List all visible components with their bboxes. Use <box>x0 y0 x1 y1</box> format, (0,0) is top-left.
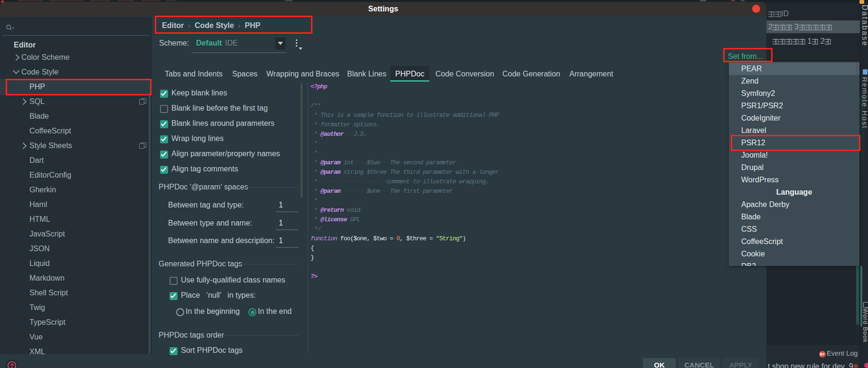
svg-text:?: ? <box>10 363 13 368</box>
